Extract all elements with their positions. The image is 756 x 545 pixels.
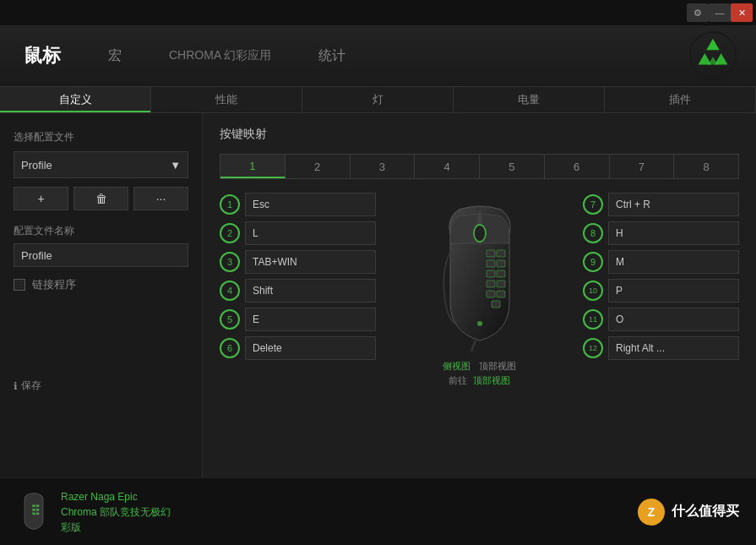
svg-rect-24 [36,512,40,515]
key-tab-8[interactable]: 8 [674,155,738,178]
top-view-label[interactable]: 顶部视图 [479,360,516,373]
key-row-9: 9 M [583,250,739,274]
key-bind-5[interactable]: E [245,308,376,331]
nav-mouse[interactable]: 鼠标 [17,40,68,72]
key-num-12: 12 [583,338,603,358]
dropdown-arrow-icon: ▼ [170,159,181,172]
sub-nav-plugin[interactable]: 插件 [605,87,756,112]
razer-logo [688,30,739,81]
section-title: 按键映射 [220,127,739,142]
key-tab-7[interactable]: 7 [610,155,675,178]
sub-nav-power[interactable]: 电量 [454,87,605,112]
mouse-center: 侧视图 顶部视图 前往 顶部视图 [384,193,574,387]
key-bind-4[interactable]: Shift [245,279,376,302]
title-bar: ⚙ — ✕ [0,0,756,25]
sub-nav-customize[interactable]: 自定义 [0,87,151,112]
info-icon: ℹ [14,380,18,392]
key-tab-1[interactable]: 1 [220,155,286,178]
key-tab-3[interactable]: 3 [351,155,416,178]
key-tabs: 1 2 3 4 5 6 7 8 [220,154,739,179]
svg-rect-20 [36,504,40,507]
key-tab-5[interactable]: 5 [480,155,545,178]
svg-rect-23 [32,512,35,515]
key-bind-8[interactable]: H [608,221,739,245]
key-num-2: 2 [220,223,240,243]
nav-stats[interactable]: 统计 [312,44,352,68]
svg-rect-11 [487,270,495,277]
key-tab-2[interactable]: 2 [286,155,351,178]
svg-rect-7 [487,250,495,257]
key-bind-2[interactable]: L [245,221,376,245]
key-bind-7[interactable]: Ctrl + R [608,193,739,216]
svg-rect-17 [492,301,500,308]
more-profile-button[interactable]: ··· [133,187,188,210]
svg-rect-10 [497,260,505,267]
key-tab-4[interactable]: 4 [415,155,480,178]
view-labels: 侧视图 顶部视图 前往 顶部视图 [443,360,516,387]
svg-rect-22 [36,508,40,510]
device-icon-svg [17,491,51,533]
key-row-1: 1 Esc [220,193,376,216]
key-bind-10[interactable]: P [608,279,739,302]
profile-select[interactable]: Profile ▼ [14,151,188,178]
keymapping-layout: 1 Esc 2 L 3 TAB+WIN 4 Shift 5 E [220,193,739,387]
settings-button[interactable]: ⚙ [687,3,709,22]
key-num-6: 6 [220,338,240,358]
device-name-line3: 彩版 [61,520,171,535]
key-num-3: 3 [220,252,240,272]
add-profile-button[interactable]: + [14,187,68,210]
key-row-4: 4 Shift [220,279,376,302]
sub-nav: 自定义 性能 灯 电量 插件 [0,86,756,113]
top-nav-label[interactable]: 顶部视图 [473,375,510,385]
profile-name-label: 配置文件名称 [14,224,188,238]
key-bind-3[interactable]: TAB+WIN [245,250,376,274]
key-bind-11[interactable]: O [608,308,739,331]
save-section: ℹ 保存 [14,379,41,393]
key-bind-12[interactable]: Right Alt ... [608,336,739,360]
link-app-checkbox[interactable] [14,279,25,291]
svg-rect-19 [32,504,35,507]
svg-rect-21 [32,508,35,510]
zhide-icon: Z [636,497,666,527]
device-bar: Razer Naga Epic Chroma 部队竞技无极幻 彩版 Z 什么值得… [0,477,756,545]
sub-nav-light[interactable]: 灯 [302,87,454,112]
key-tab-6[interactable]: 6 [545,155,610,178]
key-bind-1[interactable]: Esc [245,193,376,216]
key-bind-9[interactable]: M [608,250,739,274]
nav-chroma[interactable]: CHROMA 幻彩应用 [162,45,278,67]
key-row-5: 5 E [220,308,376,331]
main-panel: 按键映射 1 2 3 4 5 6 7 8 1 Esc 2 L [203,113,756,477]
device-name-line2: Chroma 部队竞技无极幻 [61,504,171,520]
main-nav: 鼠标 宏 CHROMA 幻彩应用 统计 [0,25,756,86]
main-nav-items: 鼠标 宏 CHROMA 幻彩应用 统计 [17,40,352,72]
svg-marker-4 [708,57,718,65]
sub-nav-performance[interactable]: 性能 [151,87,302,112]
svg-rect-9 [487,260,495,267]
svg-marker-1 [706,39,719,51]
link-app-label: 链接程序 [32,277,76,292]
profile-name-input[interactable] [14,243,188,267]
side-view-label[interactable]: 侧视图 [443,360,470,373]
keys-right: 7 Ctrl + R 8 H 9 M 10 P 11 O [583,193,739,360]
key-bind-6[interactable]: Delete [245,336,376,360]
svg-rect-12 [497,270,505,277]
close-button[interactable]: ✕ [731,3,753,22]
key-row-6: 6 Delete [220,336,376,360]
zhide-text-container: 什么值得买 [672,503,739,520]
minimize-button[interactable]: — [709,3,731,22]
view-nav: 前往 顶部视图 [443,374,516,387]
delete-profile-button[interactable]: 🗑 [73,187,128,210]
svg-rect-15 [487,291,495,297]
nav-macro[interactable]: 宏 [101,44,128,68]
key-num-1: 1 [220,194,240,215]
keys-left: 1 Esc 2 L 3 TAB+WIN 4 Shift 5 E [220,193,376,360]
key-num-7: 7 [583,194,603,215]
svg-rect-13 [487,281,495,287]
mouse-image [425,201,535,353]
svg-point-6 [474,225,486,242]
svg-rect-14 [497,281,505,287]
key-row-11: 11 O [583,308,739,331]
svg-point-18 [477,321,482,326]
key-row-2: 2 L [220,221,376,245]
save-label[interactable]: 保存 [21,379,41,393]
